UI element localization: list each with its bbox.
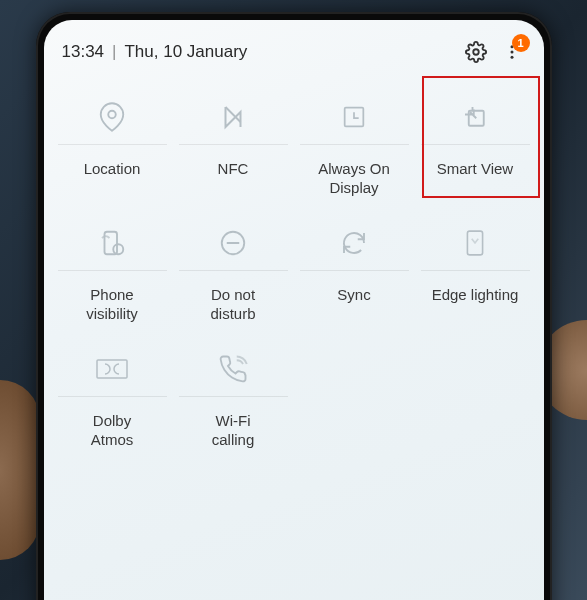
tile-edge-lighting[interactable]: Edge lighting [415, 210, 536, 336]
svg-rect-12 [97, 360, 127, 378]
tile-nfc[interactable]: NFC [173, 84, 294, 210]
tile-label: Edge lighting [432, 286, 519, 324]
tile-sync[interactable]: Sync [294, 210, 415, 336]
location-pin-icon [95, 100, 129, 134]
phone-visibility-icon [95, 226, 129, 260]
tile-label: Phone visibility [86, 286, 138, 324]
gear-icon [465, 41, 487, 63]
tile-label: Always On Display [318, 160, 390, 198]
do-not-disturb-icon [216, 226, 250, 260]
tile-wifi-calling[interactable]: Wi-Fi calling [173, 336, 294, 462]
svg-point-0 [473, 49, 479, 55]
clock-square-icon [337, 100, 371, 134]
phone-screen: 13:34 | Thu, 10 January 1 [44, 20, 544, 600]
tile-label: Location [84, 160, 141, 198]
phone-frame: 13:34 | Thu, 10 January 1 [36, 12, 552, 600]
tile-label: Do not disturb [210, 286, 255, 324]
notification-badge: 1 [512, 34, 530, 52]
smart-view-icon [458, 100, 492, 134]
sync-icon [337, 226, 371, 260]
tile-smart-view[interactable]: Smart View [415, 84, 536, 210]
svg-point-4 [108, 111, 116, 119]
tile-label: Wi-Fi calling [212, 412, 255, 450]
tile-do-not-disturb[interactable]: Do not disturb [173, 210, 294, 336]
status-date: Thu, 10 January [124, 42, 247, 62]
tile-location[interactable]: Location [52, 84, 173, 210]
tile-always-on-display[interactable]: Always On Display [294, 84, 415, 210]
status-separator: | [112, 42, 116, 62]
svg-rect-7 [105, 232, 118, 255]
nfc-icon [216, 100, 250, 134]
quick-settings-grid: Location NFC Always On Display [44, 74, 544, 462]
tile-label: Dolby Atmos [91, 412, 134, 450]
settings-button[interactable] [462, 38, 490, 66]
dolby-icon [95, 352, 129, 386]
more-button[interactable]: 1 [498, 38, 526, 66]
tile-phone-visibility[interactable]: Phone visibility [52, 210, 173, 336]
status-time: 13:34 [62, 42, 105, 62]
tile-label: Smart View [437, 160, 513, 198]
tile-label: NFC [218, 160, 249, 198]
edge-lighting-icon [458, 226, 492, 260]
status-bar: 13:34 | Thu, 10 January 1 [44, 20, 544, 74]
hand-left [0, 380, 40, 560]
wifi-calling-icon [216, 352, 250, 386]
tile-dolby-atmos[interactable]: Dolby Atmos [52, 336, 173, 462]
svg-point-3 [510, 56, 513, 59]
tile-label: Sync [337, 286, 370, 324]
svg-point-2 [510, 51, 513, 54]
